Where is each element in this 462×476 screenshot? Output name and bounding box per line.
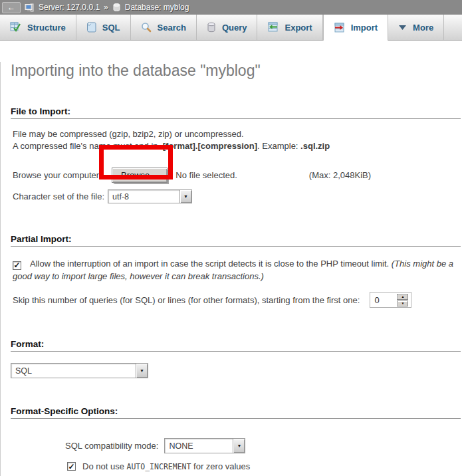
back-arrow-icon: ← bbox=[7, 3, 15, 11]
skip-queries-row: Skip this number of queries (for SQL) or… bbox=[13, 291, 461, 308]
tab-structure[interactable]: Structure bbox=[0, 15, 76, 40]
line2-example-label: . Example: bbox=[257, 141, 300, 151]
sql-icon bbox=[86, 22, 96, 33]
tab-search[interactable]: Search bbox=[131, 15, 197, 40]
sql-compatibility-label: SQL compatibility mode: bbox=[65, 441, 158, 451]
skip-queries-value: 0 bbox=[370, 295, 397, 305]
breadcrumb-server[interactable]: Server: 127.0.0.1 bbox=[39, 3, 100, 12]
checkmark-icon: ✓ bbox=[13, 261, 20, 269]
tab-label: More bbox=[413, 23, 433, 33]
sql-compatibility-select[interactable]: NONE ▼ bbox=[164, 438, 245, 453]
tab-export[interactable]: Export bbox=[257, 15, 322, 40]
search-icon bbox=[141, 22, 152, 33]
format-selected-value: SQL bbox=[11, 364, 136, 378]
dropdown-arrow-icon[interactable]: ▼ bbox=[136, 364, 148, 378]
tab-import[interactable]: Import bbox=[323, 15, 388, 41]
tab-query[interactable]: Query bbox=[197, 15, 258, 40]
chevron-down-icon bbox=[398, 25, 407, 31]
auto-increment-checkbox[interactable]: ✓ bbox=[67, 462, 76, 471]
auto-increment-keyword: AUTO_INCREMENT bbox=[127, 462, 191, 471]
auto-increment-label: Do not use AUTO_INCREMENT for zero value… bbox=[82, 461, 250, 471]
skip-queries-input[interactable]: 0 ▲ ▼ bbox=[370, 292, 411, 308]
tab-label: Structure bbox=[27, 23, 66, 33]
spinner-up-button[interactable]: ▲ bbox=[397, 294, 408, 300]
browse-row: Browse your computer: Browse… No file se… bbox=[13, 166, 461, 183]
import-icon bbox=[334, 23, 345, 33]
sql-compatibility-row: SQL compatibility mode: NONE ▼ bbox=[65, 438, 461, 453]
section-heading-format-specific: Format-Specific Options: bbox=[11, 406, 461, 419]
spinner-buttons: ▲ ▼ bbox=[397, 294, 408, 306]
allow-interruption-checkbox[interactable]: ✓ bbox=[13, 261, 21, 270]
browse-button[interactable]: Browse… bbox=[112, 168, 168, 183]
structure-icon bbox=[10, 22, 21, 33]
tab-label: Import bbox=[351, 23, 378, 33]
no-file-selected-text: No file selected. bbox=[175, 170, 237, 180]
charset-label: Character set of the file: bbox=[13, 191, 108, 201]
page-title: Importing into the database "myblog" bbox=[11, 62, 461, 80]
tab-label: Export bbox=[285, 23, 312, 33]
dropdown-arrow-icon[interactable]: ▼ bbox=[179, 190, 191, 203]
spinner-up-icon: ▲ bbox=[401, 295, 404, 298]
tab-bar: Structure SQL Search Query bbox=[0, 15, 462, 41]
line2-text: A compressed file's name must end in bbox=[13, 141, 160, 151]
sql-compatibility-value: NONE bbox=[165, 439, 233, 453]
auto-increment-row: ✓ Do not use AUTO_INCREMENT for zero val… bbox=[67, 461, 461, 471]
section-heading-partial-import: Partial Import: bbox=[11, 234, 461, 247]
allow-interruption-row: ✓Allow the interruption of an import in … bbox=[13, 257, 459, 283]
spinner-down-button[interactable]: ▼ bbox=[397, 300, 408, 306]
line2-example-value: .sql.zip bbox=[300, 141, 330, 151]
tab-label: Query bbox=[222, 23, 247, 33]
query-icon bbox=[207, 22, 216, 33]
tab-label: Search bbox=[158, 23, 186, 33]
checkmark-icon: ✓ bbox=[68, 463, 74, 471]
breadcrumb-database[interactable]: Database: myblog bbox=[125, 3, 189, 12]
dropdown-arrow-icon[interactable]: ▼ bbox=[233, 439, 245, 453]
line2-format-pattern: .[format].[compression] bbox=[160, 141, 257, 151]
server-icon bbox=[25, 3, 35, 13]
browse-label: Browse your computer: bbox=[13, 170, 112, 180]
compression-info-line2: A compressed file's name must end in .[f… bbox=[13, 140, 461, 152]
breadcrumb-bar: ← Server: 127.0.0.1 » Database: myblog bbox=[0, 0, 462, 15]
charset-selected-value: utf-8 bbox=[108, 190, 179, 203]
breadcrumb-separator: » bbox=[104, 3, 108, 12]
allow-interruption-label: Allow the interruption of an import in c… bbox=[30, 259, 392, 269]
main-content: Importing into the database "myblog" Fil… bbox=[0, 62, 462, 476]
export-icon bbox=[267, 22, 279, 33]
charset-select[interactable]: utf-8 ▼ bbox=[108, 189, 192, 203]
section-heading-format: Format: bbox=[11, 339, 461, 352]
charset-row: Character set of the file: utf-8 ▼ bbox=[13, 189, 461, 203]
format-select[interactable]: SQL ▼ bbox=[11, 363, 148, 378]
tab-sql[interactable]: SQL bbox=[76, 15, 131, 40]
format-row: SQL ▼ bbox=[11, 363, 461, 378]
back-arrow-button[interactable]: ← bbox=[2, 2, 21, 13]
section-heading-file-to-import: File to Import: bbox=[11, 106, 461, 119]
compression-info-line1: File may be compressed (gzip, bzip2, zip… bbox=[13, 128, 461, 140]
skip-queries-label: Skip this number of queries (for SQL) or… bbox=[13, 295, 360, 305]
database-icon bbox=[112, 3, 121, 12]
tab-more[interactable]: More bbox=[388, 15, 444, 40]
max-upload-size: (Max: 2,048KiB) bbox=[309, 170, 371, 180]
tab-label: SQL bbox=[102, 23, 120, 33]
spinner-down-icon: ▼ bbox=[401, 302, 404, 305]
